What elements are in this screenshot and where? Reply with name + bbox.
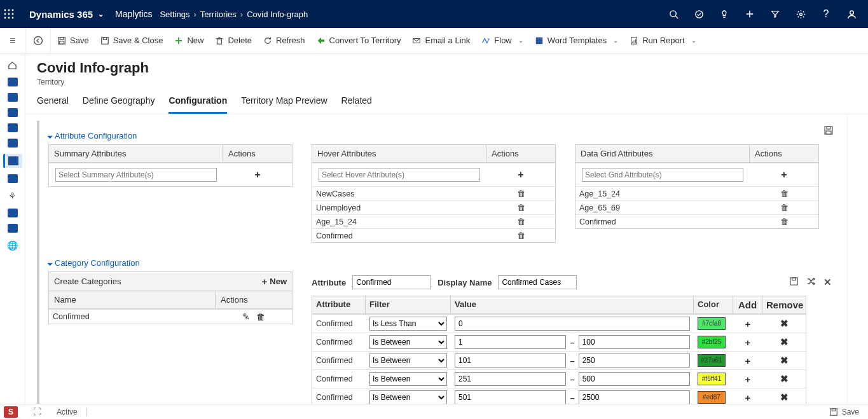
tab-define-geography[interactable]: Define Geography [83, 95, 155, 114]
rail-item-active[interactable] [3, 154, 22, 168]
hover-add-button[interactable]: + [486, 167, 555, 182]
remove-rule-button[interactable]: ✖ [780, 392, 789, 403]
add-rule-button[interactable]: + [745, 319, 751, 329]
value-from-input[interactable] [455, 335, 566, 349]
search-icon[interactable] [661, 0, 686, 28]
color-swatch[interactable]: #7cfa8 [698, 317, 726, 330]
lightbulb-icon[interactable] [712, 0, 737, 28]
delete-icon[interactable]: 🗑 [780, 217, 789, 226]
color-swatch[interactable]: #f5ff41 [698, 373, 726, 385]
sitemap-toggle[interactable]: ≡ [0, 28, 25, 53]
remove-rule-button[interactable]: ✖ [780, 355, 789, 366]
summary-add-button[interactable]: + [223, 167, 292, 182]
rail-item-6[interactable] [8, 174, 18, 183]
rail-item-2[interactable] [8, 93, 18, 102]
tab-territory-map-preview[interactable]: Territory Map Preview [241, 95, 327, 114]
tab-general[interactable]: General [37, 95, 69, 114]
section-attribute-configuration[interactable]: Attribute Configuration [48, 131, 832, 141]
value-to-input[interactable] [579, 390, 690, 404]
hover-select-input[interactable] [319, 168, 480, 182]
color-swatch[interactable]: #2bf25 [698, 336, 726, 348]
run-report-button[interactable]: Run Report⌄ [630, 36, 696, 45]
word-templates-button[interactable]: Word Templates⌄ [535, 36, 618, 45]
rail-item-8[interactable] [8, 209, 18, 217]
remove-rule-button[interactable]: ✖ [780, 318, 789, 329]
shuffle-icon[interactable] [806, 277, 816, 288]
close-icon[interactable]: ✕ [823, 277, 832, 288]
delete-icon[interactable]: 🗑 [517, 231, 525, 240]
filter-select[interactable]: Is Between [369, 390, 447, 404]
value-from-input[interactable] [455, 354, 566, 367]
save-button[interactable]: Save [57, 36, 89, 45]
delete-icon[interactable]: 🗑 [517, 217, 525, 226]
rail-item-5[interactable] [8, 139, 18, 148]
rail-item-7[interactable]: ⚘ [6, 189, 20, 202]
color-swatch[interactable]: #ed87 [698, 391, 726, 404]
filter-select[interactable]: Is Between [369, 372, 447, 386]
tab-related[interactable]: Related [341, 95, 372, 114]
user-icon[interactable] [839, 0, 864, 28]
remove-rule-button[interactable]: ✖ [780, 336, 789, 348]
help-icon[interactable]: ? [813, 0, 839, 28]
email-link-button[interactable]: Email a Link [412, 36, 470, 45]
color-swatch[interactable]: #27a61 [698, 354, 726, 367]
flow-button[interactable]: Flow⌄ [481, 36, 523, 45]
back-button[interactable] [25, 28, 51, 53]
add-rule-button[interactable]: + [745, 374, 751, 385]
convert-button[interactable]: Convert To Territory [317, 36, 401, 45]
display-name-input[interactable] [498, 275, 577, 289]
new-category-button[interactable]: +New [262, 276, 287, 287]
delete-icon[interactable]: 🗑 [780, 203, 789, 212]
delete-icon[interactable]: 🗑 [517, 203, 525, 212]
filter-icon[interactable] [762, 0, 788, 28]
filter-select[interactable]: Is Less Than [369, 317, 447, 331]
rail-home-icon[interactable] [6, 58, 20, 71]
expand-icon[interactable]: ⛶ [33, 407, 41, 416]
rail-globe-icon[interactable]: 🌐 [6, 239, 20, 252]
svg-point-3 [4, 13, 6, 15]
attribute-input[interactable] [352, 275, 431, 289]
footer-save-button[interactable]: Save [820, 408, 868, 416]
rail-item-3[interactable] [8, 108, 18, 117]
brand[interactable]: Dynamics 365 ⌄ [25, 9, 107, 20]
add-rule-button[interactable]: + [745, 392, 751, 403]
inner-save-icon[interactable] [820, 123, 837, 137]
delete-button[interactable]: Delete [215, 36, 252, 45]
rail-item-4[interactable] [8, 123, 18, 132]
add-icon[interactable] [737, 0, 762, 28]
tab-configuration[interactable]: Configuration [169, 95, 227, 114]
remove-rule-button[interactable]: ✖ [780, 373, 789, 385]
rail-item-1[interactable] [8, 78, 18, 86]
delete-icon[interactable]: 🗑 [780, 189, 789, 198]
value-from-input[interactable] [455, 390, 566, 404]
filter-select[interactable]: Is Between [369, 354, 447, 367]
delete-icon[interactable]: 🗑 [256, 312, 265, 322]
breadcrumb-item[interactable]: Covid Info-graph [247, 10, 308, 19]
grid-select-input[interactable] [582, 168, 743, 182]
refresh-button[interactable]: Refresh [263, 36, 305, 45]
section-category-configuration[interactable]: Category Configuration [48, 258, 832, 268]
add-rule-button[interactable]: + [745, 337, 751, 348]
save-icon[interactable] [789, 277, 799, 288]
value-to-input[interactable] [579, 354, 690, 367]
app-name[interactable]: Maplytics [107, 9, 160, 19]
rail-item-9[interactable] [8, 224, 18, 233]
value-from-input[interactable] [455, 372, 566, 386]
status-badge[interactable]: S [4, 406, 18, 418]
delete-icon[interactable]: 🗑 [517, 189, 525, 198]
value-input[interactable] [455, 317, 690, 331]
add-rule-button[interactable]: + [745, 355, 751, 366]
app-launcher-icon[interactable] [4, 9, 25, 19]
value-to-input[interactable] [579, 372, 690, 386]
breadcrumb-item[interactable]: Settings [160, 10, 189, 19]
breadcrumb-item[interactable]: Territories [200, 10, 237, 19]
grid-add-button[interactable]: + [750, 167, 818, 182]
save-close-button[interactable]: Save & Close [100, 36, 163, 45]
settings-icon[interactable] [788, 0, 813, 28]
task-icon[interactable] [686, 0, 712, 28]
edit-icon[interactable]: ✎ [242, 312, 250, 322]
new-button[interactable]: New [174, 36, 203, 45]
summary-select-input[interactable] [55, 168, 217, 182]
filter-select[interactable]: Is Between [369, 335, 447, 349]
value-to-input[interactable] [579, 335, 690, 349]
